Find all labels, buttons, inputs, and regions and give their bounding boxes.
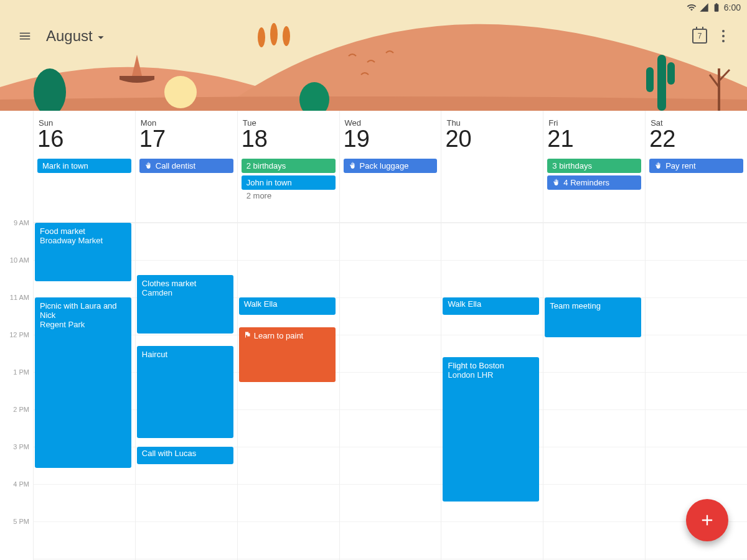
day-number[interactable]: 22 bbox=[649, 126, 743, 152]
allday-event-chip[interactable]: 4 Reminders bbox=[547, 175, 641, 190]
allday-event-chip[interactable]: 2 birthdays bbox=[242, 159, 336, 173]
more-events-link[interactable]: 2 more bbox=[242, 190, 336, 202]
day-number[interactable]: 18 bbox=[242, 126, 336, 152]
calendar-event[interactable]: Walk Ella bbox=[443, 297, 539, 315]
month-label: August bbox=[46, 27, 93, 45]
allday-event-chip[interactable]: 3 birthdays bbox=[547, 159, 641, 173]
overflow-menu-button[interactable] bbox=[712, 24, 735, 49]
time-gutter: 9 AM10 AM11 AM12 PM1 PM2 PM3 PM4 PM5 PM bbox=[0, 111, 34, 560]
calendar-today-icon: 7 bbox=[692, 29, 707, 44]
allday-event-chip[interactable]: Mark in town bbox=[37, 159, 131, 173]
timed-area[interactable] bbox=[340, 223, 441, 560]
day-column: Thu20Walk EllaFlight to BostonLondon LHR bbox=[441, 111, 543, 560]
time-label: 4 PM bbox=[13, 480, 29, 488]
allday-area: Thu20 bbox=[441, 111, 543, 223]
time-label: 11 AM bbox=[10, 294, 29, 301]
week-grid: 9 AM10 AM11 AM12 PM1 PM2 PM3 PM4 PM5 PM … bbox=[0, 111, 747, 560]
allday-area: Tue182 birthdaysJohn in town2 more bbox=[238, 111, 339, 223]
toolbar: August 7 bbox=[0, 19, 747, 54]
month-dropdown[interactable]: August bbox=[46, 27, 108, 45]
chevron-down-icon bbox=[94, 30, 108, 44]
day-number[interactable]: 21 bbox=[547, 126, 641, 152]
header-illustration bbox=[0, 0, 747, 111]
day-column: Tue182 birthdaysJohn in town2 moreWalk E… bbox=[238, 111, 340, 560]
wifi-icon bbox=[687, 2, 697, 12]
calendar-event[interactable]: Call with Lucas bbox=[137, 447, 233, 464]
timed-area[interactable]: Walk EllaLearn to paint bbox=[238, 223, 339, 560]
hamburger-icon bbox=[18, 29, 32, 43]
svg-rect-7 bbox=[646, 67, 654, 92]
time-label: 10 AM bbox=[10, 256, 29, 264]
calendar-event[interactable]: Haircut bbox=[137, 346, 233, 438]
time-label: 1 PM bbox=[13, 368, 29, 376]
kebab-icon bbox=[722, 29, 725, 44]
time-label: 5 PM bbox=[13, 518, 29, 525]
plus-icon bbox=[698, 511, 716, 529]
header: August 7 bbox=[0, 0, 747, 111]
calendar-event[interactable]: Learn to paint bbox=[239, 327, 336, 382]
day-number[interactable]: 16 bbox=[37, 126, 131, 152]
allday-area: Sun16Mark in town bbox=[34, 111, 135, 223]
day-column: Fri213 birthdays4 RemindersTeam meeting bbox=[543, 111, 646, 560]
calendar-event[interactable]: Walk Ella bbox=[239, 297, 336, 315]
hamburger-menu-button[interactable] bbox=[12, 24, 37, 49]
allday-area: Sat22Pay rent bbox=[646, 111, 747, 223]
time-label: 9 AM bbox=[14, 219, 29, 226]
timed-area[interactable]: Clothes marketCamdenHaircutCall with Luc… bbox=[136, 223, 237, 560]
allday-area: Mon17Call dentist bbox=[136, 111, 237, 223]
calendar-event[interactable]: Food marketBroadway Market bbox=[35, 223, 131, 281]
time-label: 3 PM bbox=[13, 443, 29, 450]
status-time: 6:00 bbox=[724, 2, 741, 12]
svg-rect-15 bbox=[245, 332, 246, 338]
timed-area[interactable]: Food marketBroadway MarketPicnic with La… bbox=[34, 223, 135, 560]
calendar-event[interactable]: Clothes marketCamden bbox=[137, 275, 233, 334]
cell-signal-icon bbox=[699, 2, 709, 12]
allday-event-chip[interactable]: Pay rent bbox=[649, 159, 743, 173]
day-number[interactable]: 20 bbox=[445, 126, 539, 152]
status-bar: 6:00 bbox=[687, 0, 741, 15]
allday-event-chip[interactable]: John in town bbox=[242, 175, 336, 190]
svg-rect-8 bbox=[667, 62, 675, 85]
svg-rect-6 bbox=[657, 55, 666, 111]
svg-point-1 bbox=[164, 76, 197, 108]
time-label: 12 PM bbox=[9, 331, 29, 338]
allday-area: Wed19Pack luggage bbox=[340, 111, 441, 223]
timed-area[interactable]: Walk EllaFlight to BostonLondon LHR bbox=[441, 223, 543, 560]
allday-event-chip[interactable]: Pack luggage bbox=[344, 159, 438, 173]
day-number[interactable]: 17 bbox=[139, 126, 233, 152]
day-column: Mon17Call dentistClothes marketCamdenHai… bbox=[136, 111, 238, 560]
calendar-event[interactable]: Flight to BostonLondon LHR bbox=[443, 357, 539, 502]
timed-area[interactable]: Team meeting bbox=[543, 223, 645, 560]
day-column: Sun16Mark in townFood marketBroadway Mar… bbox=[34, 111, 136, 560]
calendar-event[interactable]: Team meeting bbox=[545, 297, 641, 337]
create-event-fab[interactable] bbox=[686, 499, 728, 541]
day-column: Wed19Pack luggage bbox=[340, 111, 442, 560]
allday-area: Fri213 birthdays4 Reminders bbox=[543, 111, 645, 223]
day-column: Sat22Pay rent bbox=[646, 111, 747, 560]
time-label: 2 PM bbox=[13, 406, 29, 413]
calendar-event[interactable]: Picnic with Laura and NickRegent Park bbox=[35, 297, 131, 468]
day-number[interactable]: 19 bbox=[344, 126, 438, 152]
allday-event-chip[interactable]: Call dentist bbox=[139, 159, 233, 173]
today-button[interactable]: 7 bbox=[687, 24, 712, 49]
battery-icon bbox=[712, 2, 721, 12]
